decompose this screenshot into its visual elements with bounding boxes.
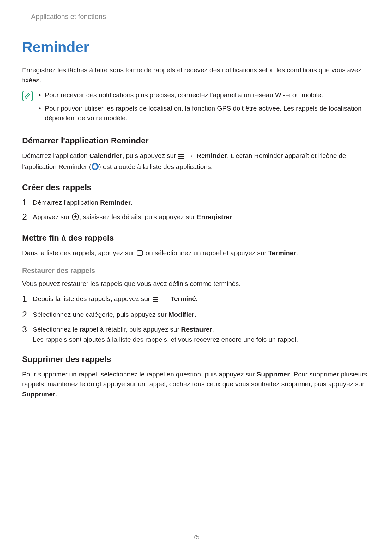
text: ou sélectionnez un rappel et appuyez sur	[144, 249, 268, 256]
bold-delete: Supprimer	[256, 370, 290, 378]
section-header: Applications et fonctions	[31, 13, 370, 21]
text: Les rappels sont ajoutés à la liste des …	[33, 336, 298, 343]
bold-restore: Restaurer	[181, 326, 212, 333]
text: Dans la liste des rappels, appuyez sur	[22, 249, 136, 256]
note-item: Pour pouvoir utiliser les rappels de loc…	[37, 103, 370, 123]
bold-save: Enregistrer	[197, 213, 232, 220]
note-icon	[22, 91, 33, 101]
text: .	[196, 295, 198, 302]
plus-circle-icon	[72, 213, 79, 224]
note-icon-wrap	[22, 90, 37, 101]
text: Sélectionnez le rappel à rétablir, puis …	[33, 326, 181, 333]
subheading-create: Créer des rappels	[22, 183, 370, 192]
header-rule	[18, 5, 18, 18]
text: Démarrez l'application	[33, 199, 100, 206]
step: Démarrez l'application Reminder.	[22, 197, 370, 208]
subheading-delete: Supprimer des rappels	[22, 354, 370, 364]
page-title: Reminder	[22, 39, 370, 56]
text: Démarrez l'application	[22, 152, 89, 159]
subsub-restore: Restaurer des rappels	[22, 267, 370, 275]
text: , saisissez les détails, puis appuyez su…	[79, 213, 197, 220]
bold-calendar: Calendrier	[89, 152, 122, 159]
note-list: Pour recevoir des notifications plus pré…	[37, 90, 370, 126]
text: .	[212, 326, 214, 333]
finish-paragraph: Dans la liste des rappels, appuyez sur o…	[22, 248, 370, 259]
text: .	[232, 213, 234, 220]
bell-app-icon	[91, 163, 99, 173]
bold-done: Terminé	[171, 295, 196, 302]
delete-paragraph: Pour supprimer un rappel, sélectionnez l…	[22, 369, 370, 399]
bold-reminder: Reminder	[196, 152, 227, 159]
restore-intro: Vous pouvez restaurer les rappels que vo…	[22, 279, 370, 289]
text: Sélectionnez une catégorie, puis appuyez…	[33, 311, 169, 318]
text: Pour supprimer un rappel, sélectionnez l…	[22, 370, 256, 378]
text: Appuyez sur	[33, 213, 72, 220]
bold-edit: Modifier	[169, 311, 195, 318]
arrow: →	[161, 295, 169, 302]
menu-icon	[178, 152, 185, 162]
text: Depuis la liste des rappels, appuyez sur	[33, 295, 152, 302]
page-number: 75	[0, 533, 392, 541]
text: ) est ajoutée à la liste des application…	[99, 163, 213, 170]
arrow: →	[187, 152, 195, 159]
text: .	[131, 199, 133, 206]
bold-finish: Terminer	[268, 249, 296, 256]
restore-steps: Depuis la liste des rappels, appuyez sur…	[22, 294, 370, 345]
svg-rect-7	[137, 250, 143, 256]
text: .	[55, 390, 57, 398]
subheading-finish: Mettre fin à des rappels	[22, 233, 370, 243]
checkbox-icon	[136, 249, 144, 259]
bold-delete: Supprimer	[22, 390, 55, 398]
step: Appuyez sur , saisissez les détails, pui…	[22, 212, 370, 224]
text: , puis appuyez sur	[122, 152, 178, 159]
bold-reminder: Reminder	[100, 199, 131, 206]
step: Sélectionnez le rappel à rétablir, puis …	[22, 324, 370, 345]
step: Sélectionnez une catégorie, puis appuyez…	[22, 310, 370, 320]
subheading-start: Démarrer l'application Reminder	[22, 136, 370, 146]
start-paragraph: Démarrez l'application Calendrier, puis …	[22, 151, 370, 173]
intro-text: Enregistrez les tâches à faire sous form…	[22, 65, 370, 85]
create-steps: Démarrez l'application Reminder. Appuyez…	[22, 197, 370, 224]
step: Depuis la liste des rappels, appuyez sur…	[22, 294, 370, 305]
text: .	[194, 311, 196, 318]
text: .	[296, 249, 298, 256]
menu-icon	[152, 295, 159, 305]
document-page: Applications et fonctions Reminder Enreg…	[0, 0, 392, 554]
note-block: Pour recevoir des notifications plus pré…	[22, 90, 370, 126]
note-item: Pour recevoir des notifications plus pré…	[37, 90, 370, 100]
